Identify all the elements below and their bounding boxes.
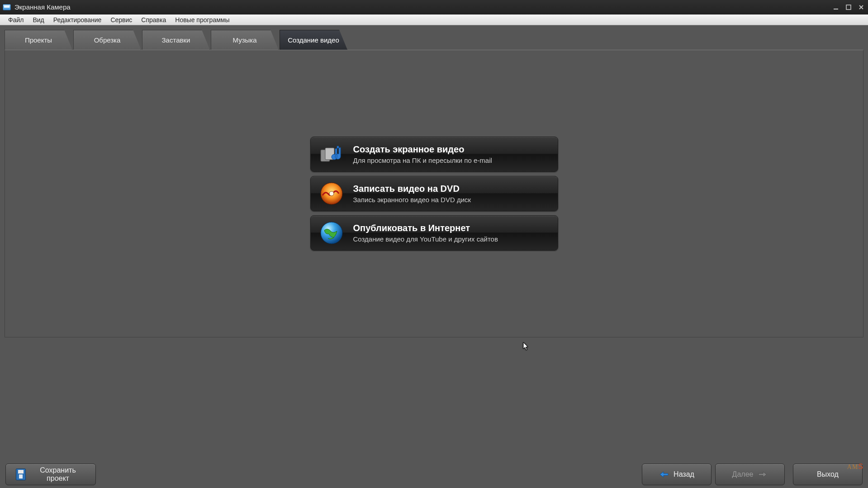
floppy-icon [16, 469, 26, 479]
tab-music[interactable]: Музыка [211, 30, 279, 50]
tab-label: Обрезка [94, 36, 121, 44]
svg-point-5 [329, 191, 334, 196]
window-controls [832, 4, 865, 11]
export-options: Создать экранное видео Для просмотра на … [310, 137, 558, 251]
option-publish-internet[interactable]: Опубликовать в Интернет Создание видео д… [310, 215, 558, 251]
menu-view[interactable]: Вид [28, 15, 48, 24]
maximize-button[interactable] [844, 4, 853, 11]
button-label: Сохранить проект [30, 466, 85, 483]
back-button[interactable]: Назад [642, 464, 711, 485]
tab-projects[interactable]: Проекты [5, 30, 72, 50]
tab-trim[interactable]: Обрезка [73, 30, 141, 50]
tab-label: Проекты [25, 36, 52, 44]
button-label: Далее [732, 470, 754, 479]
mouse-cursor-icon [523, 342, 529, 351]
main-content: Создать экранное видео Для просмотра на … [5, 50, 863, 337]
tab-row: Проекты Обрезка Заставки Музыка Создание… [0, 25, 868, 50]
option-burn-dvd[interactable]: Записать видео на DVD Запись экранного в… [310, 176, 558, 211]
menu-service[interactable]: Сервис [106, 15, 137, 24]
save-project-button[interactable]: Сохранить проект [5, 464, 96, 485]
close-button[interactable] [857, 4, 865, 11]
footer: Сохранить проект Назад Далее Выход [0, 461, 868, 488]
tab-label: Создание видео [288, 36, 339, 44]
option-subtitle: Запись экранного видео на DVD диск [353, 196, 471, 204]
menu-edit[interactable]: Редактирование [49, 15, 106, 24]
menu-help[interactable]: Справка [137, 15, 171, 24]
tab-intros[interactable]: Заставки [142, 30, 210, 50]
button-label: Назад [674, 470, 694, 479]
titlebar: Экранная Камера [0, 0, 868, 14]
button-label: Выход [817, 470, 839, 479]
option-create-screen-video[interactable]: Создать экранное видео Для просмотра на … [310, 137, 558, 172]
option-subtitle: Создание видео для YouTube и других сайт… [353, 235, 498, 243]
menu-file[interactable]: Файл [4, 15, 28, 24]
dvd-disc-icon [319, 181, 344, 206]
option-title: Опубликовать в Интернет [353, 223, 498, 233]
svg-rect-1 [846, 5, 851, 9]
arrow-left-icon [659, 469, 669, 479]
option-title: Записать видео на DVD [353, 184, 471, 194]
menubar: Файл Вид Редактирование Сервис Справка Н… [0, 14, 868, 25]
app-icon [3, 4, 11, 10]
brand-logo: AMS [847, 463, 863, 471]
arrow-right-icon [758, 469, 768, 479]
window-title: Экранная Камера [14, 3, 71, 11]
tab-label: Заставки [162, 36, 190, 44]
option-subtitle: Для просмотра на ПК и пересылки по e-mai… [353, 156, 492, 164]
tab-create-video[interactable]: Создание видео [280, 30, 347, 50]
globe-icon [319, 220, 344, 246]
option-title: Создать экранное видео [353, 144, 492, 155]
next-button[interactable]: Далее [715, 464, 785, 485]
menu-new-programs[interactable]: Новые программы [171, 15, 234, 24]
minimize-button[interactable] [832, 4, 840, 11]
film-music-icon [319, 142, 344, 167]
tab-label: Музыка [232, 36, 256, 44]
svg-rect-0 [834, 9, 838, 9]
